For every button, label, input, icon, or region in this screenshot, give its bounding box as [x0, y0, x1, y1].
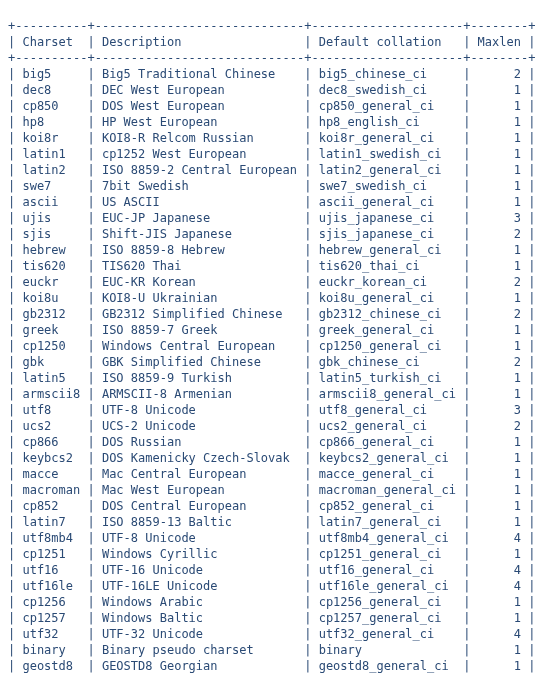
charset-table: +----------+----------------------------…: [0, 12, 550, 676]
